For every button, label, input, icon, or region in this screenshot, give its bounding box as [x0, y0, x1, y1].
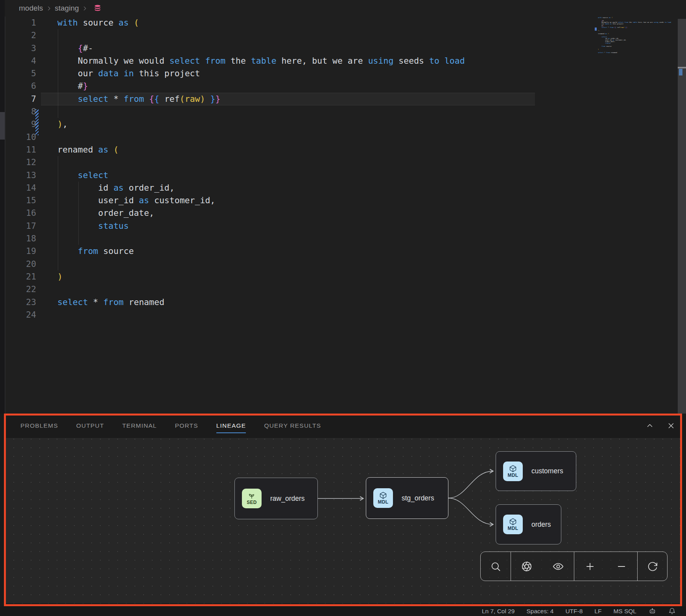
- lineage-node-label: stg_orders: [402, 494, 434, 502]
- status-bar: Ln 7, Col 29Spaces: 4UTF-8LFMS SQL: [0, 606, 686, 616]
- bottom-panel: PROBLEMSOUTPUTTERMINALPORTSLINEAGEQUERY …: [0, 414, 686, 606]
- code-line[interactable]: 14 id as order_id,: [0, 182, 686, 194]
- indent-guide: [58, 156, 58, 169]
- code-editor[interactable]: 1with source as (23 {#-4 Normally we wou…: [0, 17, 686, 321]
- robot-icon[interactable]: [648, 607, 656, 615]
- refresh-button[interactable]: [644, 558, 661, 575]
- lineage-node-orders[interactable]: MDL orders: [496, 504, 561, 544]
- line-number: 18: [0, 232, 36, 245]
- code-line[interactable]: 13 select: [0, 169, 686, 182]
- code-line[interactable]: 4 Normally we would select from the tabl…: [0, 55, 686, 67]
- status-item[interactable]: Spaces: 4: [526, 608, 553, 615]
- tab-terminal[interactable]: TERMINAL: [122, 422, 157, 429]
- code-line[interactable]: 11renamed as (: [0, 143, 686, 156]
- code-line[interactable]: 17 status: [0, 220, 686, 232]
- lineage-node-label: customers: [531, 467, 563, 475]
- line-number: 24: [0, 309, 36, 321]
- aperture-button[interactable]: [518, 558, 535, 575]
- code-line[interactable]: 15 user_id as customer_id,: [0, 194, 686, 207]
- indent-guide: [58, 29, 58, 42]
- code-line[interactable]: 23select * from renamed: [0, 296, 686, 309]
- chevron-up-icon[interactable]: [645, 421, 655, 430]
- code-line[interactable]: 18: [0, 232, 686, 245]
- breadcrumb-item[interactable]: staging: [55, 4, 79, 13]
- cube-badge: MDL: [503, 462, 523, 481]
- line-number: 16: [0, 207, 36, 219]
- bell-icon[interactable]: [668, 607, 676, 615]
- editor-scrollbar[interactable]: [678, 19, 686, 414]
- close-icon[interactable]: [666, 421, 676, 430]
- line-number: 7: [0, 93, 36, 105]
- cube-badge: MDL: [373, 488, 393, 508]
- vscode-window: modelsstaging 1with source as (23 {#-4 N…: [0, 0, 686, 616]
- search-icon: [490, 561, 501, 572]
- tab-ports[interactable]: PORTS: [175, 422, 198, 429]
- code-line[interactable]: 7 select * from {{ ref(raw) }}: [0, 93, 686, 105]
- tab-lineage[interactable]: LINEAGE: [216, 422, 246, 429]
- indent-guide: [58, 232, 58, 245]
- breadcrumb-item[interactable]: models: [19, 4, 43, 13]
- code-line[interactable]: 12: [0, 156, 686, 169]
- code-line[interactable]: 1with source as (: [0, 17, 686, 29]
- status-item[interactable]: LF: [594, 608, 601, 615]
- code-line[interactable]: 19 from source: [0, 245, 686, 257]
- tab-output[interactable]: OUTPUT: [76, 422, 104, 429]
- scrollbar-band: [678, 67, 686, 68]
- code-line-text: order_date,: [57, 207, 154, 219]
- code-line[interactable]: 22: [0, 283, 686, 296]
- line-number: 20: [0, 258, 36, 270]
- line-number: 5: [0, 67, 36, 80]
- toolbar-group: [574, 552, 638, 581]
- lineage-node-stg-orders[interactable]: MDL stg_orders: [366, 477, 448, 519]
- line-number: 17: [0, 220, 36, 232]
- seedling-badge: SED: [242, 489, 262, 508]
- indent-guide: [58, 258, 58, 270]
- code-line-text: status: [57, 220, 129, 232]
- lineage-node-raw-orders[interactable]: SED raw_orders: [234, 478, 318, 519]
- plus-button[interactable]: [581, 558, 599, 575]
- panel-header: PROBLEMSOUTPUTTERMINALPORTSLINEAGEQUERY …: [0, 414, 686, 438]
- tab-problems[interactable]: PROBLEMS: [20, 422, 58, 429]
- code-line[interactable]: 6 #}: [0, 80, 686, 92]
- code-line-text: with source as (: [57, 17, 139, 29]
- code-line[interactable]: 2: [0, 29, 686, 42]
- lineage-toolbar: [480, 552, 668, 581]
- refresh-icon: [647, 561, 658, 572]
- status-item[interactable]: UTF-8: [565, 608, 583, 615]
- code-line-text: ): [57, 270, 63, 283]
- code-line[interactable]: 9),: [0, 118, 686, 131]
- code-line-text: from source: [57, 245, 134, 257]
- minimap[interactable]: with source as ( {#- Normally we would s…: [598, 17, 671, 60]
- tab-query-results[interactable]: QUERY RESULTS: [264, 422, 321, 429]
- line-number: 15: [0, 194, 36, 207]
- status-item[interactable]: MS SQL: [613, 608, 636, 615]
- toolbar-group: [511, 552, 574, 581]
- cube-icon: [509, 518, 517, 526]
- code-line[interactable]: 16 order_date,: [0, 207, 686, 219]
- line-number: 23: [0, 296, 36, 309]
- code-line[interactable]: 5 our data in this project: [0, 67, 686, 80]
- eye-button[interactable]: [550, 558, 567, 575]
- lineage-node-label: raw_orders: [270, 495, 305, 503]
- code-line[interactable]: 8: [0, 105, 686, 118]
- indent-guide: [58, 105, 58, 118]
- indent-guide: [78, 232, 79, 245]
- chevron-right-icon: [81, 5, 89, 12]
- lineage-canvas[interactable]: SED raw_orders MDL stg_orders MDL custom…: [6, 438, 680, 603]
- toolbar-group: [481, 552, 511, 581]
- code-line[interactable]: 21): [0, 270, 686, 283]
- cube-icon: [379, 491, 387, 499]
- search-button[interactable]: [487, 558, 504, 575]
- code-line[interactable]: 10: [0, 131, 686, 143]
- line-number: 6: [0, 80, 36, 92]
- lineage-node-customers[interactable]: MDL customers: [496, 451, 576, 491]
- code-line[interactable]: 3 {#-: [0, 42, 686, 55]
- code-line[interactable]: 20: [0, 258, 686, 270]
- line-number: 9: [0, 118, 36, 131]
- line-number: 4: [0, 55, 36, 67]
- code-line[interactable]: 24: [0, 309, 686, 321]
- code-line-text: select * from {{ ref(raw) }}: [57, 93, 220, 105]
- plus-icon: [585, 561, 596, 572]
- minus-button[interactable]: [613, 558, 630, 575]
- status-item[interactable]: Ln 7, Col 29: [482, 608, 515, 615]
